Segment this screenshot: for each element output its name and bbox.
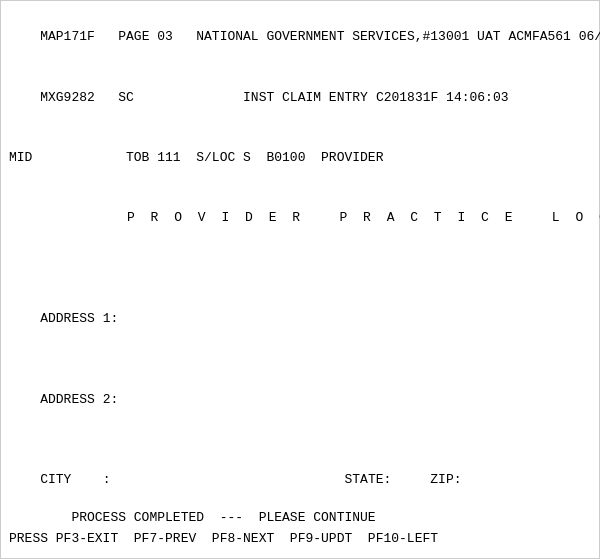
spacer-1 xyxy=(9,128,591,148)
address2-row: ADDRESS 2: xyxy=(9,370,591,430)
footer: PROCESS COMPLETED --- PLEASE CONTINUE PR… xyxy=(9,508,591,550)
press-pf-line: PRESS PF3-EXIT PF7-PREV PF8-NEXT PF9-UPD… xyxy=(9,529,591,550)
state-value xyxy=(391,472,430,487)
mid-line: MID TOB 111 S/LOC S B0100 PROVIDER xyxy=(9,148,591,168)
city-label: CITY xyxy=(40,472,71,487)
city-colon: : xyxy=(71,472,344,487)
section-title: P R O V I D E R P R A C T I C E L O C A … xyxy=(9,168,591,269)
address2-label: ADDRESS 2: xyxy=(40,392,118,407)
header-row-2: MXG9282 SC INST CLAIM ENTRYC201831F 14:0… xyxy=(9,67,591,127)
spacer-4 xyxy=(9,430,591,450)
city-state-zip-row: CITY : STATE: ZIP: xyxy=(9,450,591,510)
header-c201831f: C201831F 14:06:03 xyxy=(376,90,509,105)
section-title-text: P R O V I D E R P R A C T I C E L O C A … xyxy=(9,210,600,245)
header-map-id: MAP171F PAGE 03 NATIONAL GOVERNMENT SERV… xyxy=(40,29,500,44)
zip-label: ZIP: xyxy=(430,472,461,487)
process-completed-line: PROCESS COMPLETED --- PLEASE CONTINUE xyxy=(9,508,591,529)
screen: MAP171F PAGE 03 NATIONAL GOVERNMENT SERV… xyxy=(0,0,600,559)
state-label: STATE: xyxy=(344,472,391,487)
spacer-2 xyxy=(9,269,591,289)
address1-label: ADDRESS 1: xyxy=(40,311,118,326)
address1-row: ADDRESS 1: xyxy=(9,289,591,349)
header-mxg: MXG9282 SC INST CLAIM ENTRY xyxy=(40,90,368,105)
spacer-3 xyxy=(9,349,591,369)
header-row-1: MAP171F PAGE 03 NATIONAL GOVERNMENT SERV… xyxy=(9,7,591,67)
header-acmfa: ACMFA561 06/11/18 xyxy=(509,29,601,44)
